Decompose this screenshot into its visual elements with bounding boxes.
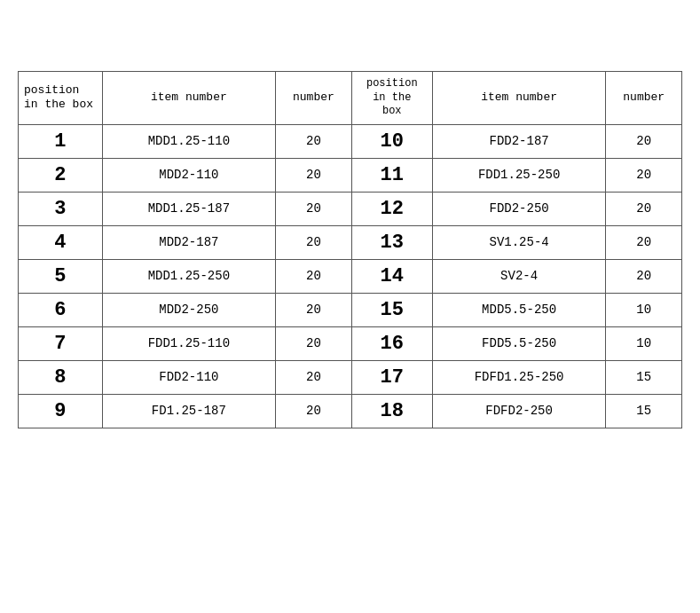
pos-right: 17 bbox=[351, 360, 432, 394]
item-right: FDFD2-250 bbox=[432, 394, 606, 428]
count-right: 15 bbox=[606, 360, 682, 394]
count-left: 20 bbox=[276, 259, 352, 293]
header-item-left: item number bbox=[102, 72, 276, 125]
pos-left: 8 bbox=[19, 360, 103, 394]
table-row: 1MDD1.25-1102010FDD2-18720 bbox=[19, 124, 682, 158]
count-right: 10 bbox=[606, 293, 682, 326]
count-left: 20 bbox=[276, 225, 352, 259]
table-wrapper: position in the box item number number p… bbox=[18, 71, 682, 428]
count-left: 20 bbox=[276, 293, 352, 326]
pos-right: 12 bbox=[351, 192, 432, 225]
pos-right: 10 bbox=[351, 124, 432, 158]
pos-left: 3 bbox=[19, 192, 103, 225]
pos-right: 11 bbox=[351, 158, 432, 192]
count-right: 20 bbox=[606, 225, 682, 259]
item-left: MDD2-187 bbox=[102, 225, 276, 259]
header-item-right: item number bbox=[432, 72, 606, 125]
pos-right: 18 bbox=[351, 394, 432, 428]
count-left: 20 bbox=[276, 192, 352, 225]
pos-left: 9 bbox=[19, 394, 103, 428]
item-right: FDD1.25-250 bbox=[432, 158, 606, 192]
item-right: FDFD1.25-250 bbox=[432, 360, 606, 394]
header-position-left: position in the box bbox=[19, 72, 103, 125]
count-right: 15 bbox=[606, 394, 682, 428]
count-left: 20 bbox=[276, 124, 352, 158]
table-row: 6MDD2-2502015MDD5.5-25010 bbox=[19, 293, 682, 326]
count-left: 20 bbox=[276, 360, 352, 394]
item-left: MDD1.25-110 bbox=[102, 124, 276, 158]
item-right: MDD5.5-250 bbox=[432, 293, 606, 326]
count-right: 20 bbox=[606, 259, 682, 293]
table-row: 4MDD2-1872013SV1.25-420 bbox=[19, 225, 682, 259]
item-left: FD1.25-187 bbox=[102, 394, 276, 428]
parts-table: position in the box item number number p… bbox=[18, 71, 682, 428]
count-right: 20 bbox=[606, 158, 682, 192]
table-row: 7FDD1.25-1102016FDD5.5-25010 bbox=[19, 326, 682, 360]
item-left: MDD2-250 bbox=[102, 293, 276, 326]
table-row: 2MDD2-1102011FDD1.25-25020 bbox=[19, 158, 682, 192]
pos-left: 6 bbox=[19, 293, 103, 326]
table-row: 9FD1.25-1872018FDFD2-25015 bbox=[19, 394, 682, 428]
item-right: FDD2-250 bbox=[432, 192, 606, 225]
count-left: 20 bbox=[276, 326, 352, 360]
pos-right: 13 bbox=[351, 225, 432, 259]
item-right: SV2-4 bbox=[432, 259, 606, 293]
pos-left: 4 bbox=[19, 225, 103, 259]
item-right: SV1.25-4 bbox=[432, 225, 606, 259]
count-right: 20 bbox=[606, 124, 682, 158]
item-left: MDD2-110 bbox=[102, 158, 276, 192]
pos-left: 2 bbox=[19, 158, 103, 192]
pos-left: 5 bbox=[19, 259, 103, 293]
header-number-right: number bbox=[606, 72, 682, 125]
item-left: MDD1.25-250 bbox=[102, 259, 276, 293]
pos-left: 7 bbox=[19, 326, 103, 360]
table-row: 5MDD1.25-2502014SV2-420 bbox=[19, 259, 682, 293]
pos-right: 14 bbox=[351, 259, 432, 293]
count-left: 20 bbox=[276, 158, 352, 192]
item-right: FDD5.5-250 bbox=[432, 326, 606, 360]
pos-right: 16 bbox=[351, 326, 432, 360]
count-left: 20 bbox=[276, 394, 352, 428]
header-position-right: position in the box bbox=[351, 72, 432, 125]
count-right: 10 bbox=[606, 326, 682, 360]
count-right: 20 bbox=[606, 192, 682, 225]
pos-right: 15 bbox=[351, 293, 432, 326]
item-left: FDD2-110 bbox=[102, 360, 276, 394]
item-left: MDD1.25-187 bbox=[102, 192, 276, 225]
item-left: FDD1.25-110 bbox=[102, 326, 276, 360]
header-number-left: number bbox=[276, 72, 352, 125]
item-right: FDD2-187 bbox=[432, 124, 606, 158]
table-row: 3MDD1.25-1872012FDD2-25020 bbox=[19, 192, 682, 225]
table-row: 8FDD2-1102017FDFD1.25-25015 bbox=[19, 360, 682, 394]
pos-left: 1 bbox=[19, 124, 103, 158]
